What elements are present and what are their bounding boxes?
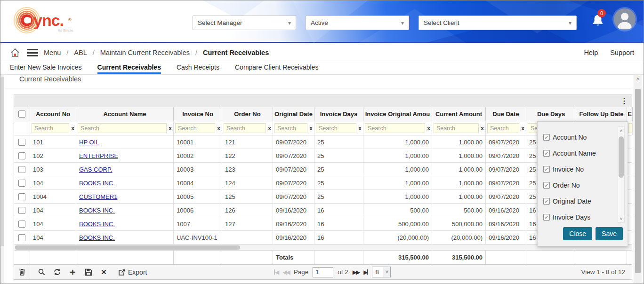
column-option-checkbox[interactable]: ✓: [543, 198, 550, 205]
page-size-select[interactable]: 8 ˅: [372, 267, 391, 277]
column-option-original-date[interactable]: ✓Original Date: [543, 193, 614, 209]
account-name-link[interactable]: BOOKS INC.: [79, 180, 115, 187]
tab-enter-new-sale-invoices[interactable]: Enter New Sale Invoices: [10, 61, 82, 74]
column-option-checkbox[interactable]: ✓: [543, 134, 550, 141]
previous-page-button[interactable]: ◀◀: [282, 269, 289, 276]
search-input-e[interactable]: Search: [628, 123, 633, 133]
account-name-link[interactable]: ENTERPRISE: [79, 152, 118, 159]
page-number-input[interactable]: [313, 267, 333, 277]
search-input-account-name[interactable]: Search: [78, 123, 167, 133]
scrollbar-thumb[interactable]: [619, 136, 624, 178]
clear-search-button[interactable]: x: [215, 125, 220, 132]
account-name-link[interactable]: CUSTOMER1: [79, 193, 117, 200]
row-checkbox[interactable]: [18, 139, 25, 146]
select-all-checkbox[interactable]: [18, 110, 25, 118]
account-name-link[interactable]: BOOKS INC.: [79, 221, 115, 228]
row-checkbox[interactable]: [18, 207, 25, 214]
row-checkbox[interactable]: [18, 221, 25, 228]
hscrollbar-thumb[interactable]: [15, 245, 240, 250]
breadcrumb-menu[interactable]: Menu: [44, 49, 61, 56]
column-option-invoice-days[interactable]: ✓Invoice Days: [543, 209, 614, 225]
vertical-scrollbar[interactable]: ˄: [634, 75, 642, 284]
account-name-link[interactable]: HP OIL: [79, 139, 99, 146]
row-checkbox[interactable]: [18, 180, 25, 187]
scroll-up-arrow[interactable]: ˄: [618, 127, 624, 134]
column-option-checkbox[interactable]: ✓: [543, 150, 550, 157]
column-option-order-no[interactable]: ✓Order No: [543, 177, 614, 193]
column-option-checkbox[interactable]: ✓: [543, 214, 550, 221]
column-header-order-no[interactable]: Order No: [222, 107, 273, 121]
cync-logo[interactable]: ync. ® It's Simple: [12, 5, 82, 37]
row-checkbox[interactable]: [18, 152, 25, 159]
column-header-follow-up-date[interactable]: Follow Up Date: [576, 107, 627, 121]
column-header-invoice-no[interactable]: Invoice No: [174, 107, 222, 121]
column-header-invoice-days[interactable]: Invoice Days: [314, 107, 363, 121]
column-header-due-days[interactable]: Due Days: [526, 107, 576, 121]
refresh-icon[interactable]: [53, 268, 61, 276]
scroll-down-arrow[interactable]: ˅: [618, 215, 624, 222]
search-input-original-date[interactable]: Search: [274, 123, 307, 133]
breadcrumb-item[interactable]: Current Receivables: [203, 49, 269, 56]
column-option-account-name[interactable]: ✓Account Name: [543, 145, 614, 161]
left-scrollbar[interactable]: [0, 75, 4, 284]
account-name-link[interactable]: BOOKS INC.: [79, 234, 115, 241]
search-input-current-amount[interactable]: Search: [434, 123, 479, 133]
scrollbar-thumb[interactable]: [635, 89, 641, 273]
column-option-checkbox[interactable]: ✓: [543, 166, 550, 173]
select-client-dropdown[interactable]: Select Client ▾: [419, 16, 577, 30]
tab-compare-client-receivables[interactable]: Compare Client Receivables: [235, 61, 318, 74]
tab-current-receivables[interactable]: Current Receivables: [97, 61, 161, 74]
clear-search-button[interactable]: x: [307, 125, 313, 132]
row-checkbox[interactable]: [18, 234, 25, 241]
column-header-account-name[interactable]: Account Name: [76, 107, 174, 121]
clear-search-button[interactable]: x: [69, 125, 74, 132]
status-dropdown[interactable]: Active ▾: [306, 16, 409, 30]
next-page-button[interactable]: ▶▶: [353, 269, 359, 276]
column-header-invoice-original-amou[interactable]: Invoice Original Amou: [363, 107, 432, 121]
column-header-account-no[interactable]: Account No: [30, 107, 76, 121]
account-name-link[interactable]: BOOKS INC.: [79, 207, 115, 214]
save-button[interactable]: Save: [596, 227, 623, 240]
column-chooser-scrollbar[interactable]: ˄ ˅: [618, 126, 625, 223]
help-link[interactable]: Help: [584, 49, 598, 56]
column-option-account-no[interactable]: ✓Account No: [543, 129, 614, 145]
search-input-account-no[interactable]: Search: [32, 123, 69, 133]
row-checkbox[interactable]: [18, 193, 25, 200]
home-icon[interactable]: [10, 47, 20, 58]
first-page-button[interactable]: ◀: [274, 269, 278, 276]
user-avatar[interactable]: [614, 8, 636, 30]
search-input-due-date[interactable]: Search: [487, 123, 519, 133]
scroll-up-arrow[interactable]: ˄: [634, 75, 642, 84]
search-input-order-no[interactable]: Search: [224, 123, 266, 133]
column-option-invoice-no[interactable]: ✓Invoice No: [543, 161, 614, 177]
search-input-invoice-original-amou[interactable]: Search: [365, 123, 425, 133]
tab-cash-receipts[interactable]: Cash Receipts: [177, 61, 219, 74]
hamburger-menu-icon[interactable]: [27, 47, 38, 58]
clear-search-button[interactable]: x: [519, 125, 524, 132]
account-name-link[interactable]: GAS CORP.: [79, 166, 113, 173]
export-button[interactable]: Export: [118, 268, 147, 276]
column-header-current-amount[interactable]: Current Amount: [432, 107, 486, 121]
clear-search-button[interactable]: x: [356, 125, 362, 132]
breadcrumb-item[interactable]: Maintain Current Receivables: [100, 49, 190, 56]
close-button[interactable]: Close: [563, 227, 592, 240]
row-checkbox[interactable]: [18, 166, 25, 173]
cancel-icon[interactable]: ✕: [100, 268, 108, 276]
search-icon[interactable]: [38, 268, 46, 276]
clear-search-button[interactable]: x: [425, 125, 430, 132]
clear-search-button[interactable]: x: [167, 125, 172, 132]
search-input-invoice-no[interactable]: Search: [175, 123, 215, 133]
add-icon[interactable]: +: [69, 268, 77, 276]
last-page-button[interactable]: ▶: [363, 269, 368, 276]
support-link[interactable]: Support: [610, 49, 634, 56]
save-icon[interactable]: [84, 268, 92, 276]
column-header-e[interactable]: E: [627, 107, 633, 121]
clear-search-button[interactable]: x: [266, 125, 271, 132]
clear-search-button[interactable]: x: [479, 125, 484, 132]
column-chooser-kebab-icon[interactable]: ⋮: [620, 96, 628, 105]
select-manager-dropdown[interactable]: Select Manager ▾: [193, 16, 296, 30]
search-input-invoice-days[interactable]: Search: [316, 123, 356, 133]
column-header-due-date[interactable]: Due Date: [486, 107, 526, 121]
column-header-original-date[interactable]: Original Date: [273, 107, 314, 121]
breadcrumb-item[interactable]: ABL: [74, 49, 87, 56]
